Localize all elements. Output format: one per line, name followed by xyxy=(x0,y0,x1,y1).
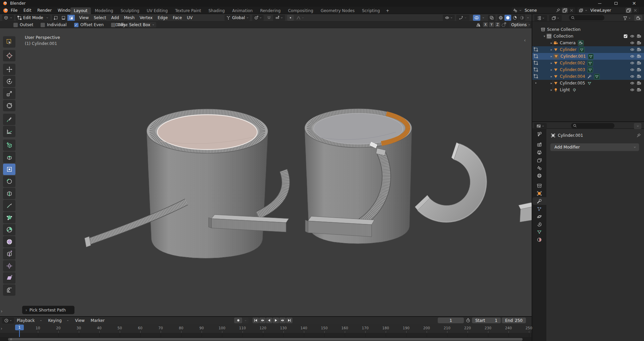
viewport-menu-view[interactable]: View xyxy=(79,15,89,20)
outliner-item-name[interactable]: Collection xyxy=(553,34,573,39)
properties-tab-particles[interactable] xyxy=(532,205,546,213)
timeline-scrollbar[interactable] xyxy=(0,337,532,341)
outliner-row-cylinder-003[interactable]: ▸ Cylinder.003 xyxy=(532,66,644,73)
play-reverse-button[interactable] xyxy=(266,318,272,323)
viewport-menu-vertex[interactable]: Vertex xyxy=(140,15,153,20)
next-keyframe-button[interactable] xyxy=(279,318,286,323)
properties-tab-tool[interactable] xyxy=(532,130,546,138)
tool-scale[interactable] xyxy=(3,88,15,99)
tool-options-dropdown[interactable]: Options xyxy=(509,22,530,27)
outliner-row-light[interactable]: ▸ Light xyxy=(532,87,644,93)
outliner-display-mode-dropdown[interactable] xyxy=(534,15,547,21)
gizmos-dropdown[interactable] xyxy=(456,15,470,21)
shading-wireframe-button[interactable] xyxy=(497,15,504,21)
tool-shrink-fatten[interactable] xyxy=(3,260,15,272)
hide-viewport-toggle[interactable] xyxy=(630,74,635,79)
pivot-point-dropdown[interactable] xyxy=(252,15,264,21)
viewport-menu-add[interactable]: Add xyxy=(111,15,119,20)
shading-material-button[interactable] xyxy=(512,15,518,21)
viewport-menu-uv[interactable]: UV xyxy=(187,15,193,20)
outliner-filter-dropdown[interactable] xyxy=(621,15,633,21)
tool-add-cube[interactable] xyxy=(3,139,15,151)
expander-icon[interactable]: ▸ xyxy=(549,75,553,78)
jump-to-end-button[interactable] xyxy=(286,318,292,323)
tool-shear[interactable] xyxy=(3,272,15,284)
tool-poly-build[interactable] xyxy=(3,212,15,223)
viewport-menu-edge[interactable]: Edge xyxy=(158,15,168,20)
tool-measure[interactable] xyxy=(3,126,15,137)
workspace-tab-sculpting[interactable]: Sculpting xyxy=(117,7,143,14)
tool-rip-region[interactable] xyxy=(3,284,15,296)
tool-inset-faces[interactable] xyxy=(3,164,15,175)
tool-spin[interactable] xyxy=(3,224,15,235)
frame-end-field[interactable]: End 250 xyxy=(502,318,526,323)
tool-transform[interactable] xyxy=(3,100,15,111)
disable-render-toggle[interactable] xyxy=(637,74,641,79)
disable-render-toggle[interactable] xyxy=(637,41,641,45)
properties-tab-render[interactable] xyxy=(532,141,546,149)
drag-mode-dropdown[interactable]: Select Box xyxy=(127,22,156,27)
outliner-item-name[interactable]: Cylinder.005 xyxy=(560,81,585,86)
shading-dropdown[interactable] xyxy=(526,15,530,21)
hide-viewport-toggle[interactable] xyxy=(630,54,635,59)
badge-mesh-data-box[interactable] xyxy=(587,60,593,66)
new-scene-icon[interactable] xyxy=(562,8,568,13)
outliner-item-name[interactable]: Camera xyxy=(560,41,576,45)
hide-viewport-toggle[interactable] xyxy=(630,41,635,45)
properties-tab-physics[interactable] xyxy=(532,213,546,220)
xray-toggle-button[interactable] xyxy=(488,15,495,21)
menu-render[interactable]: Render xyxy=(37,8,52,13)
workspace-tab-animation[interactable]: Animation xyxy=(229,7,256,14)
outliner-item-name[interactable]: Cylinder.003 xyxy=(560,67,585,72)
proportional-falloff-dropdown[interactable] xyxy=(294,15,306,21)
tool-smooth[interactable] xyxy=(3,236,15,247)
hide-viewport-toggle[interactable] xyxy=(630,67,635,72)
tool-annotate[interactable] xyxy=(3,114,15,125)
transform-orientation-dropdown[interactable]: Global xyxy=(224,15,250,21)
properties-tab-object[interactable] xyxy=(532,189,546,197)
workspace-tab-modeling[interactable]: Modeling xyxy=(92,7,117,14)
expander-icon[interactable]: ▸ xyxy=(549,88,553,92)
tool-extrude-region[interactable] xyxy=(3,152,15,163)
timeline-menu-keying[interactable]: Keying xyxy=(48,318,69,323)
outliner-item-name[interactable]: Light xyxy=(560,88,570,92)
checkbox-offset-even[interactable]: ✓ Offset Even xyxy=(74,22,104,27)
viewport-menu-mesh[interactable]: Mesh xyxy=(124,15,135,20)
add-modifier-button[interactable]: Add Modifier xyxy=(550,143,639,151)
properties-tab-constraints[interactable] xyxy=(532,220,546,228)
scene-selector[interactable]: Scene xyxy=(512,7,575,13)
view-layer-selector[interactable]: ViewLayer xyxy=(577,7,639,13)
proportional-editing-button[interactable] xyxy=(287,15,294,21)
outliner-row-camera[interactable]: ▸ Camera xyxy=(532,40,644,46)
workspace-tab-rendering[interactable]: Rendering xyxy=(257,7,284,14)
shading-rendered-button[interactable] xyxy=(519,15,525,21)
channel-expand-icon[interactable]: › xyxy=(1,326,2,331)
expander-icon[interactable]: ▸ xyxy=(549,81,553,85)
pin-id-icon[interactable] xyxy=(636,133,641,138)
expander-icon[interactable]: ▸ xyxy=(549,68,553,71)
snap-settings-dropdown[interactable] xyxy=(273,15,285,21)
face-select-button[interactable] xyxy=(67,15,75,21)
properties-tab-material[interactable] xyxy=(532,236,546,243)
disable-render-toggle[interactable] xyxy=(637,81,641,86)
timeline-ruler[interactable]: 1020304050607080901001101201301401501601… xyxy=(0,324,532,333)
disable-render-toggle[interactable] xyxy=(637,34,641,39)
workspace-tab-shading[interactable]: Shading xyxy=(205,7,228,14)
auto-keying-button[interactable] xyxy=(234,318,242,323)
outliner-item-name[interactable]: Cylinder xyxy=(560,47,577,52)
checkbox-outset[interactable]: Outset xyxy=(13,22,33,27)
show-gizmo-dropdown[interactable] xyxy=(443,15,455,21)
outliner-row-cylinder-002[interactable]: ▸ Cylinder.002 xyxy=(532,60,644,66)
mirror-y-toggle[interactable]: Y xyxy=(489,22,494,27)
workspace-tab-compositing[interactable]: Compositing xyxy=(285,7,317,14)
workspace-tab-uv-editing[interactable]: UV Editing xyxy=(143,7,171,14)
breadcrumb-object-name[interactable]: Cylinder.001 xyxy=(558,133,583,138)
timeline-menu-marker[interactable]: Marker xyxy=(91,318,104,323)
current-frame-badge[interactable]: 1 xyxy=(15,325,24,330)
viewport-menu-face[interactable]: Face xyxy=(173,15,182,20)
badge-camera-data-box[interactable] xyxy=(578,40,584,46)
checkbox-individual[interactable]: Individual xyxy=(41,22,66,27)
overlays-dropdown[interactable] xyxy=(481,15,486,21)
disable-render-toggle[interactable] xyxy=(637,88,641,92)
hide-viewport-toggle[interactable] xyxy=(630,61,635,65)
